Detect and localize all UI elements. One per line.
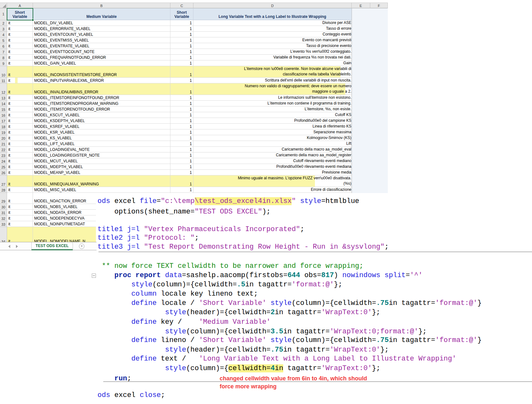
column-header-C[interactable]: C (170, 3, 193, 8)
cell-C3[interactable]: 1 (170, 26, 193, 32)
cell-C10[interactable]: 1 (170, 66, 193, 78)
row-number[interactable]: 19 (0, 129, 7, 135)
cell-B18[interactable]: MODEL_KSREF_VLABEL (33, 124, 170, 129)
cell-D5[interactable]: Evento con mancanti previsti (193, 37, 352, 43)
cell-D21[interactable]: Lift (193, 141, 352, 147)
cell-A16[interactable]: it (7, 112, 33, 118)
cell-D27[interactable]: Minimo uguale al massimo. L'opzione FUZZ… (193, 175, 352, 187)
sheet-nav-left-icon[interactable] (8, 245, 10, 248)
cell-A31[interactable]: it (7, 210, 33, 215)
row-number[interactable]: 6 (0, 43, 7, 49)
cell-D20[interactable]: Kolmogorov-Smirnov (KS) (193, 135, 352, 141)
cell-D15[interactable]: L'itemstore, %s, non esiste. (193, 106, 352, 112)
cell-B28[interactable]: MODEL_MISC_VLABEL (33, 187, 170, 193)
cell-B25[interactable]: MODEL_MDEPTH_VLABEL (33, 164, 170, 170)
row-number[interactable]: 17 (0, 118, 7, 124)
row-number[interactable]: 22 (0, 147, 7, 152)
row-number[interactable]: 13 (0, 95, 7, 101)
row-number[interactable]: 2 (0, 20, 7, 26)
cell-C14[interactable]: 1 (170, 101, 193, 106)
cell-C8[interactable]: 1 (170, 55, 193, 60)
cell-A4[interactable]: it (7, 32, 33, 37)
cell-D25[interactable]: Profondit\u00e0 rilevamento eventi media… (193, 164, 352, 170)
row-number[interactable]: 3 (0, 26, 7, 32)
row-number[interactable]: 5 (0, 37, 7, 43)
column-header-D[interactable]: D (193, 3, 352, 8)
cell-A33[interactable]: it (7, 221, 33, 227)
cell-B16[interactable]: MODEL_KSCUT_VLABEL (33, 112, 170, 118)
cell-D7[interactable]: L'evento %s verr\u00f2 conteggiato. (193, 49, 352, 55)
cell-C17[interactable]: 1 (170, 118, 193, 124)
column-header-F[interactable]: F (370, 3, 388, 8)
cell-A13[interactable]: it (7, 95, 33, 101)
cell-B24[interactable]: MODEL_MCUT_VLABEL (33, 158, 170, 164)
cell-B20[interactable]: MODEL_KS_VLABEL (33, 135, 170, 141)
cell-D19[interactable]: Separazione massima (193, 129, 352, 135)
cell-B13[interactable]: MODEL_ITEMSTOREINFONOTFOUND_ERROR (33, 95, 170, 101)
row-number[interactable]: 14 (0, 101, 7, 106)
row-number[interactable]: 31 (0, 210, 7, 215)
cell-D14[interactable]: L'itemstore non contiene il programma di… (193, 101, 352, 106)
cell-D17[interactable]: Profondit\u00e0 del campione KS (193, 118, 352, 124)
cell-B8[interactable]: MODEL_FREQVARNOTFOUND_ERROR (33, 55, 170, 60)
cell-D8[interactable]: Variabile di frequenza %s non trovata ne… (193, 55, 352, 60)
cell-A27[interactable]: it (7, 175, 33, 187)
cell-A15[interactable]: it (7, 106, 33, 112)
cell-C6[interactable]: 1 (170, 43, 193, 49)
cell-C12[interactable]: 1 (170, 83, 193, 95)
cell-A28[interactable]: it (7, 187, 33, 193)
cell-B23[interactable]: MODEL_LOADINGREGISTER_NOTE (33, 152, 170, 158)
cell-B2[interactable]: MODEL_DIV_VLABEL (33, 20, 170, 26)
cell-A24[interactable]: it (7, 158, 33, 164)
cell-D24[interactable]: Cutoff rilevamento eventi mediano (193, 158, 352, 164)
cell-A23[interactable]: it (7, 152, 33, 158)
cell-A26[interactable]: it (7, 170, 33, 175)
row-number[interactable]: 25 (0, 164, 7, 170)
row-number[interactable]: 11 (0, 78, 7, 83)
cell-A34[interactable]: it (7, 227, 33, 242)
cell-A8[interactable]: it (7, 55, 33, 60)
cell-B4[interactable]: MODEL_EVENTCOUNT_VLABEL (33, 32, 170, 37)
cell-B5[interactable]: MODEL_EVENTMISS_VLABEL (33, 37, 170, 43)
cell-B15[interactable]: MODEL_ITEMSTORENOTFOUND_ERROR (33, 106, 170, 112)
cell-C19[interactable]: 1 (170, 129, 193, 135)
cell-A29[interactable]: it (7, 193, 33, 204)
cell-B19[interactable]: MODEL_KSR_VLABEL (33, 129, 170, 135)
cell-C16[interactable]: 1 (170, 112, 193, 118)
cell-C25[interactable]: 1 (170, 164, 193, 170)
cell-A22[interactable]: it (7, 147, 33, 152)
cell-B1[interactable]: Medium Variable (33, 8, 170, 20)
row-number[interactable]: 18 (0, 124, 7, 129)
row-number[interactable]: 30 (0, 204, 7, 210)
cell-C27[interactable]: 1 (170, 175, 193, 187)
column-header-A[interactable]: A (7, 3, 33, 8)
row-number[interactable]: 27 (0, 175, 7, 187)
cell-C5[interactable]: 1 (170, 37, 193, 43)
select-all-corner[interactable] (0, 3, 7, 8)
sheet-tab-active[interactable]: TEST ODS EXCEL (31, 242, 73, 250)
cell-A25[interactable]: it (7, 164, 33, 170)
cell-C4[interactable]: 1 (170, 32, 193, 37)
cell-B11[interactable]: MODEL_INPUTVARIABLEXML_ERROR (33, 78, 170, 83)
fill-handle[interactable] (32, 19, 34, 21)
row-number[interactable]: 15 (0, 106, 7, 112)
row-number[interactable]: 4 (0, 32, 7, 37)
cell-A32[interactable]: it (7, 215, 33, 221)
cell-C13[interactable]: 1 (170, 95, 193, 101)
cell-A10[interactable]: it (7, 66, 33, 78)
cell-A7[interactable]: it (7, 49, 33, 55)
cell-B3[interactable]: MODEL_ERRORRATE_VLABEL (33, 26, 170, 32)
row-number[interactable]: 10 (0, 66, 7, 78)
code-collapse-icon[interactable] (92, 274, 96, 278)
cell-D23[interactable]: Caricamento della macro aa_model_registe… (193, 152, 352, 158)
row-number[interactable]: 32 (0, 215, 7, 221)
cell-C1[interactable]: Short Variable (170, 8, 193, 20)
cell-A14[interactable]: it (7, 101, 33, 106)
cell-C28[interactable]: 1 (170, 187, 193, 193)
cell-A18[interactable]: it (7, 124, 33, 129)
row-number[interactable]: 28 (0, 187, 7, 193)
cell-B10[interactable]: MODEL_INCONSISTENTITEMSTORE_ERROR (33, 66, 170, 78)
cell-D18[interactable]: Linea di riferimento KS (193, 124, 352, 129)
cell-B26[interactable]: MODEL_MEANP_VLABEL (33, 170, 170, 175)
row-number[interactable]: 21 (0, 141, 7, 147)
